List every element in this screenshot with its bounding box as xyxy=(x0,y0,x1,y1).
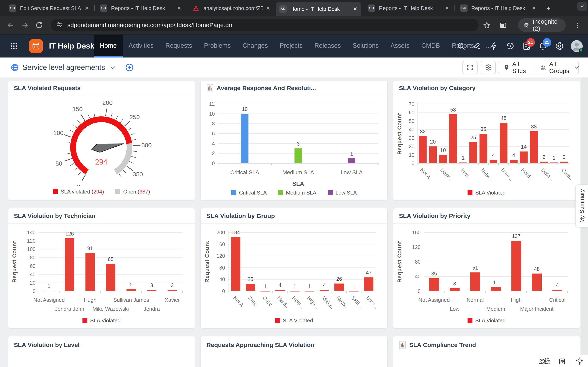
legend-item: SLA Violated xyxy=(82,317,121,324)
browser-tab-6[interactable]: SD Reports - IT Help Desk ✕ xyxy=(457,3,540,13)
gauge-chart-sla-violated[interactable]: 050100150200250300350294 xyxy=(8,96,195,186)
svg-text:294: 294 xyxy=(95,158,107,166)
tab-search-chevron-button[interactable] xyxy=(577,2,587,11)
site-group-filter: All Sites All Groups xyxy=(498,61,579,74)
back-button[interactable] xyxy=(4,16,17,35)
nav-item-home[interactable]: Home xyxy=(94,35,123,58)
search-icon[interactable] xyxy=(457,42,466,51)
sites-filter-value[interactable]: All Sites xyxy=(512,60,530,75)
bar-chart-average-response[interactable]: 0246810121031Critical SLAMedium SLALow S… xyxy=(201,96,387,187)
create-ticket-icon[interactable] xyxy=(473,42,482,51)
nav-item-assets[interactable]: Assets xyxy=(385,35,415,58)
forward-button[interactable] xyxy=(18,16,31,35)
nav-item-requests[interactable]: Requests xyxy=(159,35,198,58)
svg-text:Netw..: Netw.. xyxy=(480,167,494,181)
address-bar[interactable]: sdpondemand.manageengine.com/app/itdesk/… xyxy=(51,19,479,31)
card-title: SLA Violation by Priority xyxy=(399,212,470,219)
svg-text:4: 4 xyxy=(278,282,281,288)
svg-text:1: 1 xyxy=(553,155,555,161)
notes-edit-icon[interactable] xyxy=(554,355,571,367)
sd-favicon: SD xyxy=(9,4,16,12)
svg-text:Normal: Normal xyxy=(467,297,484,303)
dashboard-settings-button[interactable] xyxy=(481,61,496,74)
user-avatar[interactable] xyxy=(571,40,583,52)
svg-text:2: 2 xyxy=(563,154,566,160)
nav-item-cmdb[interactable]: CMDB xyxy=(415,35,446,58)
tab-close-icon[interactable]: ✕ xyxy=(445,5,449,11)
dashboard-title-chevron-icon[interactable] xyxy=(111,64,115,69)
bar-chart-priority[interactable]: 040801201603585111137484Not AssignedLowN… xyxy=(393,224,580,315)
notifications-bell-icon[interactable]: 25 xyxy=(538,42,548,51)
svg-text:47: 47 xyxy=(366,270,372,275)
side-panel-icon[interactable] xyxy=(497,16,510,35)
svg-text:140: 140 xyxy=(27,230,35,235)
browser-tab-2[interactable]: SD Reports - IT Help Desk ✕ xyxy=(96,3,185,13)
zia-assistant-icon[interactable]: Zia xyxy=(537,355,554,367)
it-help-desk-logo[interactable] xyxy=(29,39,43,53)
svg-text:Critic..: Critic.. xyxy=(247,295,261,309)
svg-text:2: 2 xyxy=(543,154,545,160)
groups-filter-chevron-icon[interactable] xyxy=(575,64,579,69)
legend-item: Low SLA xyxy=(328,190,357,196)
tab-close-icon[interactable]: ✕ xyxy=(353,6,357,12)
dashboard-title[interactable]: Service level agreements xyxy=(22,58,105,77)
browser-tab-3[interactable]: analyticsapi.zoho.com/ZD ✕ xyxy=(189,3,274,13)
add-dashboard-button[interactable] xyxy=(123,58,136,77)
svg-text:48: 48 xyxy=(501,115,507,121)
svg-text:Request Count: Request Count xyxy=(397,113,403,155)
groups-filter-value[interactable]: All Groups xyxy=(549,60,573,75)
nav-item-changes[interactable]: Changes xyxy=(237,35,274,58)
browser-tab-active[interactable]: SD Home - IT Help Desk ✕ xyxy=(276,2,361,16)
svg-text:35: 35 xyxy=(431,271,437,276)
settings-gear-icon[interactable] xyxy=(554,42,564,51)
svg-text:3: 3 xyxy=(150,282,153,288)
svg-text:120: 120 xyxy=(412,244,421,250)
lightbulb-tips-icon[interactable] xyxy=(571,355,588,367)
fullscreen-button[interactable] xyxy=(462,61,477,74)
nav-item-problems[interactable]: Problems xyxy=(198,35,237,58)
svg-text:50: 50 xyxy=(55,160,62,167)
approvals-icon[interactable]: 21 xyxy=(522,42,531,51)
bar-chart-category[interactable]: 010203040506070322010581253544841438212N… xyxy=(393,96,580,187)
svg-text:20: 20 xyxy=(430,139,436,145)
svg-text:Critical: Critical xyxy=(549,297,565,303)
browser-menu-kebab-icon[interactable] xyxy=(571,16,584,35)
lightning-icon[interactable] xyxy=(489,42,499,51)
new-tab-button[interactable]: + xyxy=(544,4,553,13)
nav-item-releases[interactable]: Releases xyxy=(309,35,347,58)
svg-text:60: 60 xyxy=(409,110,415,115)
svg-text:91: 91 xyxy=(87,245,93,251)
tab-close-icon[interactable]: ✕ xyxy=(177,5,181,11)
svg-text:4: 4 xyxy=(492,152,495,158)
reload-button[interactable] xyxy=(33,16,46,35)
svg-text:70: 70 xyxy=(409,101,415,107)
svg-text:11: 11 xyxy=(493,280,498,285)
legend-item: Open (387) xyxy=(115,189,150,195)
card-sla-violation-by-technician: SLA Violation by Technician 020406080100… xyxy=(8,208,195,328)
history-icon[interactable] xyxy=(506,42,515,51)
browser-tab-1[interactable]: SD Edit Service Request SLA ✕ xyxy=(5,3,93,13)
report-chart-icon xyxy=(399,341,406,349)
nav-item-projects[interactable]: Projects xyxy=(274,35,309,58)
tab-separator xyxy=(187,5,187,11)
tab-close-icon[interactable]: ✕ xyxy=(85,5,89,11)
app-grid-icon[interactable] xyxy=(7,35,20,58)
tab-close-icon[interactable]: ✕ xyxy=(532,5,536,11)
svg-text:Help ..: Help .. xyxy=(291,295,305,309)
bookmark-star-icon[interactable] xyxy=(480,16,493,35)
app-brand-title: IT Help Desk xyxy=(49,35,94,58)
my-summary-tab[interactable]: My Summary xyxy=(575,184,588,227)
incognito-badge[interactable]: Incognito (2) xyxy=(518,18,566,32)
my-summary-label: My Summary xyxy=(579,189,585,223)
tab-close-icon[interactable]: ✕ xyxy=(266,5,270,11)
svg-text:160: 160 xyxy=(216,242,225,247)
bar-chart-technician[interactable]: 02040608010012014011269165533Not Assigne… xyxy=(8,224,195,315)
nav-item-activities[interactable]: Activities xyxy=(123,35,159,58)
nav-item-solutions[interactable]: Solutions xyxy=(347,35,385,58)
site-settings-icon[interactable] xyxy=(56,21,63,30)
browser-tab-5[interactable]: SD Reports - IT Help Desk ✕ xyxy=(364,3,453,13)
tab-separator xyxy=(94,5,95,11)
svg-text:Com..: Com.. xyxy=(561,167,574,181)
svg-text:300: 300 xyxy=(141,142,152,149)
bar-chart-group[interactable]: 04080120160200184251411426147Not A..Crit… xyxy=(201,224,387,315)
